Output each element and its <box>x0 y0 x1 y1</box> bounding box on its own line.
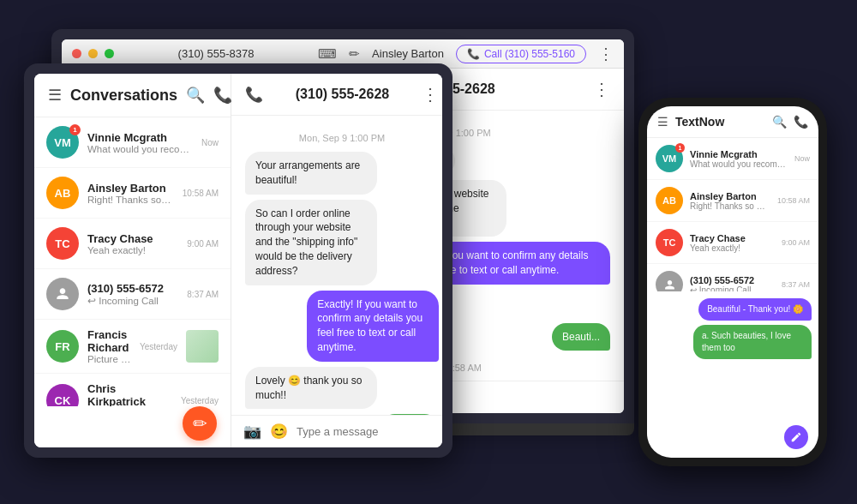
tablet-msg-3: Exactly! If you want to confirm any deta… <box>307 291 439 362</box>
phone-info-ainsley: Ainsley Barton Right! Thanks so much. <box>690 191 770 211</box>
phone-call-icon[interactable]: 📞 <box>794 115 808 129</box>
tablet-date-1: Mon, Sep 9 1:00 PM <box>245 133 439 143</box>
phone-conv-list: VM1 Vinnie Mcgrath What would you recomm… <box>647 138 818 291</box>
tablet-call-icon[interactable]: 📞 <box>213 86 232 105</box>
tablet-msg-4: Lovely 😊 thank you so much!! <box>245 367 377 410</box>
tablet-search-icon[interactable]: 🔍 <box>186 86 205 105</box>
tablet-chat-title: (310) 555-2628 <box>272 87 413 102</box>
phone-info-tracy: Tracy Chase Yeah exactly! <box>690 233 775 253</box>
tablet-avatar-francis: FR <box>46 330 79 363</box>
tablet-info-francis: Francis Richard Picture message <box>87 328 131 364</box>
tablet-info-310: (310) 555-6572 ↩ Incoming Call <box>87 282 178 307</box>
tablet-info-tracy: Tracy Chase Yeah exactly! <box>87 232 178 255</box>
tablet-sidebar-title: Conversations <box>70 87 177 105</box>
laptop-actions: ⌨ ✏ Ainsley Barton 📞 Call (310) 555-5160… <box>318 45 614 63</box>
compose-icon[interactable]: ✏ <box>349 46 360 62</box>
tablet-sidebar-list: VM1 Vinnie Mcgrath What would you recomm… <box>34 117 231 406</box>
phone-avatar-310 <box>656 271 683 291</box>
phone-conv-310[interactable]: (310) 555-6572 ↩ Incoming Call 8:37 AM <box>647 264 818 291</box>
tablet-avatar-tracy: TC <box>46 227 79 260</box>
laptop-call-label: Call (310) 555-5160 <box>484 48 575 60</box>
phone-conv-ainsley[interactable]: AB Ainsley Barton Right! Thanks so much.… <box>647 180 818 222</box>
tablet-msg-1: Your arrangements are beautiful! <box>245 152 377 195</box>
tablet-conv-ainsley[interactable]: AB Ainsley Barton Right! Thanks so much.… <box>34 168 231 219</box>
dot-yellow <box>88 49 98 58</box>
tablet: ☰ Conversations 🔍 📞 VM1 Vinnie Mcgrath W… <box>24 63 452 458</box>
phone-avatar-tracy: TC <box>656 229 683 256</box>
tablet-avatar-vinnie: VM1 <box>46 126 79 159</box>
phone-app-title: TextNow <box>675 115 765 129</box>
tablet-name-vinnie: Vinnie Mcgrath <box>87 131 193 144</box>
call-icon: 📞 <box>467 48 480 60</box>
phone-avatar-ainsley: AB <box>656 187 683 214</box>
tablet-conv-francis[interactable]: FR Francis Richard Picture message Yeste… <box>34 320 231 374</box>
tablet-sidebar-header: ☰ Conversations 🔍 📞 <box>34 74 231 117</box>
phone-msg-1: Beautiful - Thank you! 🌼 <box>698 298 812 321</box>
tablet-chat-more-icon[interactable]: ⋮ <box>422 84 439 105</box>
tablet-preview-vinnie: What would you recommend? <box>87 144 193 154</box>
tablet-content: ☰ Conversations 🔍 📞 VM1 Vinnie Mcgrath W… <box>34 74 442 447</box>
phone-msg-2: a. Such beauties, I love them too <box>693 325 812 359</box>
phone-chat-area: Beautiful - Thank you! 🌼 a. Such beautie… <box>647 291 818 459</box>
tablet-conv-310[interactable]: (310) 555-6572 ↩ Incoming Call 8:37 AM <box>34 269 231 320</box>
laptop-url: (310) 555-8378 <box>121 47 311 60</box>
laptop-call-button[interactable]: 📞 Call (310) 555-5160 <box>456 45 586 63</box>
tablet-thumb-francis <box>186 330 219 363</box>
tablet-chat-header: 📞 (310) 555-2628 ⋮ <box>231 74 442 116</box>
msg-5: Beauti... <box>552 323 610 351</box>
tablet-fab-area: ✏ <box>34 406 231 447</box>
dot-red <box>72 49 81 58</box>
scene: (310) 555-8378 ⌨ ✏ Ainsley Barton 📞 Call… <box>17 12 840 492</box>
tablet-avatar-ainsley: AB <box>46 177 79 209</box>
tablet-info-chris: Chris Kirkpatrick Are you planning your.… <box>87 382 172 406</box>
tablet-chat-input-bar: 📷 😊 <box>231 415 442 447</box>
phone-messages: Beautiful - Thank you! 🌼 a. Such beautie… <box>654 298 812 359</box>
chat-more-icon[interactable]: ⋮ <box>593 79 610 99</box>
tablet-info-ainsley: Ainsley Barton Right! Thanks so much. <box>87 182 174 205</box>
phone-avatar-vinnie: VM1 <box>656 145 683 172</box>
dot-green <box>105 49 114 58</box>
tablet-conv-vinnie[interactable]: VM1 Vinnie Mcgrath What would you recomm… <box>34 117 231 168</box>
phone-search-icon[interactable]: 🔍 <box>772 115 787 129</box>
phone-conv-vinnie[interactable]: VM1 Vinnie Mcgrath What would you recomm… <box>647 138 818 180</box>
tablet-msg-2: So can I order online through your websi… <box>245 200 377 285</box>
dialpad-icon[interactable]: ⌨ <box>318 46 337 62</box>
phone: ☰ TextNow 🔍 📞 VM1 Vinnie Mcgrath What wo… <box>638 98 827 466</box>
tablet-emoji-icon[interactable]: 😊 <box>270 423 288 441</box>
more-icon[interactable]: ⋮ <box>598 45 614 63</box>
ainsley-barton-label: Ainsley Barton <box>372 47 444 60</box>
tablet-camera-icon[interactable]: 📷 <box>243 423 261 441</box>
phone-conv-tracy[interactable]: TC Tracy Chase Yeah exactly! 9:00 AM <box>647 222 818 264</box>
phone-compose-icon[interactable] <box>784 425 808 449</box>
phone-menu-icon[interactable]: ☰ <box>657 115 668 129</box>
tablet-conv-chris[interactable]: CK Chris Kirkpatrick Are you planning yo… <box>34 374 231 406</box>
phone-info-310: (310) 555-6572 ↩ Incoming Call <box>690 275 775 291</box>
phone-info-vinnie: Vinnie Mcgrath What would you recommend? <box>690 149 788 169</box>
phone-header: ☰ TextNow 🔍 📞 <box>647 106 818 138</box>
tablet-chat-call-icon[interactable]: 📞 <box>245 86 263 104</box>
tablet-compose-fab[interactable]: ✏ <box>183 406 217 441</box>
tablet-sidebar: ☰ Conversations 🔍 📞 VM1 Vinnie Mcgrath W… <box>34 74 231 447</box>
tablet-conv-tracy[interactable]: TC Tracy Chase Yeah exactly! 9:00 AM <box>34 219 231 269</box>
tablet-chat-input[interactable] <box>297 425 440 438</box>
tablet-avatar-310 <box>46 278 79 310</box>
tablet-chat-panel: 📞 (310) 555-2628 ⋮ Mon, Sep 9 1:00 PM Yo… <box>231 74 442 447</box>
tablet-menu-icon[interactable]: ☰ <box>48 86 62 105</box>
tablet-avatar-chris: CK <box>46 384 79 406</box>
tablet-chat-messages: Mon, Sep 9 1:00 PM Your arrangements are… <box>231 116 442 415</box>
tablet-info-vinnie: Vinnie Mcgrath What would you recommend? <box>87 131 193 154</box>
